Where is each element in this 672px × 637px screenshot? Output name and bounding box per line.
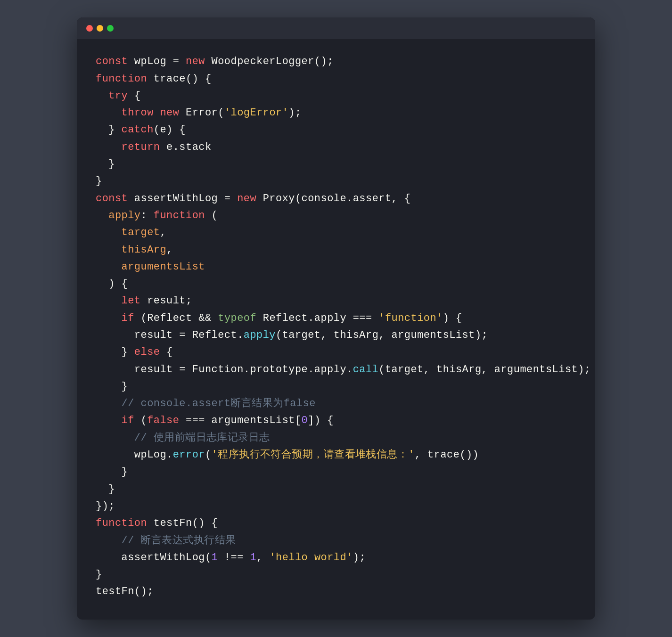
code-line-14: ) { <box>96 276 576 293</box>
maximize-button[interactable] <box>107 25 114 32</box>
close-button[interactable] <box>86 25 93 32</box>
code-line-3: try { <box>96 88 576 105</box>
code-line-8: } <box>96 173 576 190</box>
minimize-button[interactable] <box>97 25 103 32</box>
code-line-1: const wpLog = new WoodpeckerLogger(); <box>96 53 576 70</box>
code-line-32: testFn(); <box>96 583 576 600</box>
code-line-10: apply: function ( <box>96 207 576 224</box>
code-line-23: // 使用前端日志库记录日志 <box>96 430 576 447</box>
code-line-19: result = Function.prototype.apply.call(t… <box>96 361 576 378</box>
code-line-24: wpLog.error('程序执行不符合预期，请查看堆栈信息：', trace(… <box>96 447 576 464</box>
code-line-9: const assertWithLog = new Proxy(console.… <box>96 190 576 207</box>
code-line-4: throw new Error('logError'); <box>96 105 576 122</box>
code-line-6: return e.stack <box>96 139 576 156</box>
code-line-17: result = Reflect.apply(target, thisArg, … <box>96 327 576 344</box>
code-window: const wpLog = new WoodpeckerLogger(); fu… <box>77 17 595 620</box>
code-line-18: } else { <box>96 344 576 361</box>
code-line-5: } catch(e) { <box>96 122 576 139</box>
code-line-13: argumentsList <box>96 259 576 276</box>
code-line-21: // console.assert断言结果为false <box>96 395 576 412</box>
titlebar <box>77 17 595 39</box>
code-line-25: } <box>96 464 576 481</box>
code-line-29: // 断言表达式执行结果 <box>96 532 576 549</box>
code-line-31: } <box>96 566 576 583</box>
code-line-16: if (Reflect && typeof Reflect.apply === … <box>96 310 576 327</box>
code-editor: const wpLog = new WoodpeckerLogger(); fu… <box>77 39 595 620</box>
code-line-22: if (false === argumentsList[0]) { <box>96 412 576 429</box>
code-line-30: assertWithLog(1 !== 1, 'hello world'); <box>96 549 576 566</box>
code-line-12: thisArg, <box>96 242 576 259</box>
code-line-27: }); <box>96 498 576 515</box>
code-line-20: } <box>96 378 576 395</box>
code-line-11: target, <box>96 224 576 241</box>
code-line-7: } <box>96 156 576 173</box>
code-line-28: function testFn() { <box>96 515 576 532</box>
code-line-15: let result; <box>96 293 576 310</box>
code-line-26: } <box>96 481 576 498</box>
code-line-2: function trace() { <box>96 71 576 88</box>
